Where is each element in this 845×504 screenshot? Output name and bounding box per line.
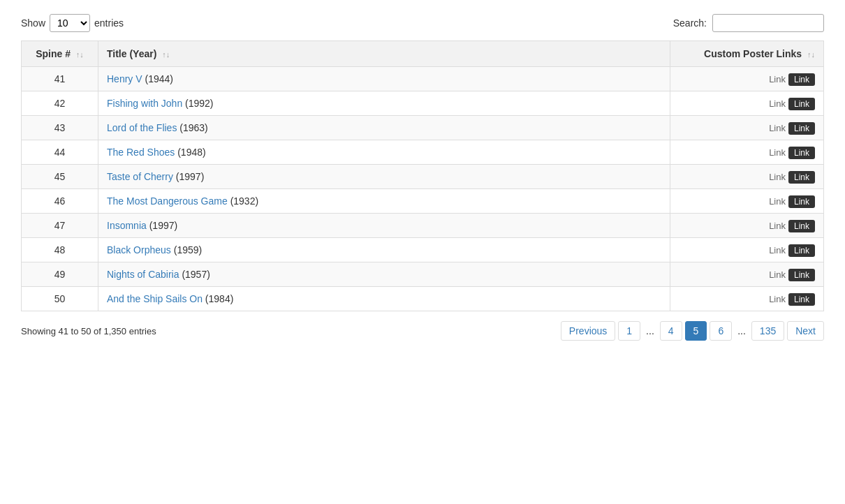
poster-link-badge[interactable]: Link bbox=[788, 122, 815, 135]
movie-title-link[interactable]: The Red Shoes bbox=[107, 147, 175, 158]
page-btn-1[interactable]: 1 bbox=[618, 321, 640, 341]
movie-title-link[interactable]: Fishing with John bbox=[107, 98, 182, 109]
poster-cell: LinkLink bbox=[670, 165, 824, 189]
table-row: 44The Red Shoes (1948)LinkLink bbox=[22, 140, 824, 165]
search-label: Search: bbox=[673, 17, 707, 29]
poster-cell: LinkLink bbox=[670, 91, 824, 116]
pagination: Previous1...456...135Next bbox=[561, 321, 824, 341]
poster-link-badge[interactable]: Link bbox=[788, 98, 815, 110]
movie-year: (1963) bbox=[177, 122, 207, 133]
poster-cell: LinkLink bbox=[670, 214, 824, 238]
poster-cell: LinkLink bbox=[670, 67, 824, 91]
header-row: Spine # ↑↓ Title (Year) ↑↓ Custom Poster… bbox=[22, 41, 824, 67]
movie-title-link[interactable]: Lord of the Flies bbox=[107, 122, 177, 133]
spine-sort-icon: ↑↓ bbox=[76, 50, 84, 59]
movie-title-link[interactable]: Taste of Cherry bbox=[107, 171, 173, 182]
search-area: Search: bbox=[673, 14, 824, 32]
poster-link-plain[interactable]: Link bbox=[769, 123, 786, 133]
spine-cell: 41 bbox=[22, 67, 98, 91]
movie-year: (1944) bbox=[142, 73, 173, 84]
poster-link-badge[interactable]: Link bbox=[788, 244, 815, 257]
poster-link-plain[interactable]: Link bbox=[769, 221, 786, 231]
title-cell: Insomnia (1997) bbox=[98, 214, 670, 238]
spine-cell: 45 bbox=[22, 165, 98, 189]
table-row: 42Fishing with John (1992)LinkLink bbox=[22, 91, 824, 116]
search-input[interactable] bbox=[712, 14, 824, 32]
movie-title-link[interactable]: Nights of Cabiria bbox=[107, 269, 179, 280]
poster-sort-icon: ↑↓ bbox=[807, 50, 815, 59]
col-title[interactable]: Title (Year) ↑↓ bbox=[98, 41, 670, 67]
title-cell: Fishing with John (1992) bbox=[98, 91, 670, 116]
table-row: 41Henry V (1944)LinkLink bbox=[22, 67, 824, 91]
spine-cell: 44 bbox=[22, 140, 98, 165]
poster-link-badge[interactable]: Link bbox=[788, 195, 815, 208]
movie-year: (1957) bbox=[179, 269, 210, 280]
movie-year: (1932) bbox=[228, 195, 258, 207]
table-row: 47Insomnia (1997)LinkLink bbox=[22, 214, 824, 238]
title-cell: Black Orpheus (1959) bbox=[98, 238, 670, 262]
spine-cell: 49 bbox=[22, 262, 98, 287]
table-header: Spine # ↑↓ Title (Year) ↑↓ Custom Poster… bbox=[22, 41, 824, 67]
title-sort-icon: ↑↓ bbox=[162, 50, 170, 59]
movie-title-link[interactable]: Insomnia bbox=[107, 220, 147, 231]
title-cell: Nights of Cabiria (1957) bbox=[98, 262, 670, 287]
movie-title-link[interactable]: And the Ship Sails On bbox=[107, 293, 203, 304]
poster-link-plain[interactable]: Link bbox=[769, 294, 786, 304]
title-cell: Lord of the Flies (1963) bbox=[98, 116, 670, 140]
table-row: 49Nights of Cabiria (1957)LinkLink bbox=[22, 262, 824, 287]
spine-cell: 46 bbox=[22, 189, 98, 214]
show-entries-control: Show 102550100 entries bbox=[21, 14, 124, 32]
poster-cell: LinkLink bbox=[670, 189, 824, 214]
next-button[interactable]: Next bbox=[787, 321, 824, 341]
poster-link-badge[interactable]: Link bbox=[788, 293, 815, 306]
movie-title-link[interactable]: Henry V bbox=[107, 73, 142, 84]
spine-cell: 50 bbox=[22, 287, 98, 311]
page-ellipsis: ... bbox=[735, 322, 749, 340]
movie-year: (1948) bbox=[175, 147, 205, 158]
poster-link-plain[interactable]: Link bbox=[769, 147, 786, 158]
page-btn-135[interactable]: 135 bbox=[751, 321, 784, 341]
movie-year: (1984) bbox=[203, 293, 233, 304]
poster-link-plain[interactable]: Link bbox=[769, 172, 786, 182]
table-row: 50And the Ship Sails On (1984)LinkLink bbox=[22, 287, 824, 311]
page-btn-5[interactable]: 5 bbox=[685, 321, 707, 341]
page-ellipsis: ... bbox=[643, 322, 657, 340]
page-btn-6[interactable]: 6 bbox=[710, 321, 732, 341]
poster-cell: LinkLink bbox=[670, 140, 824, 165]
show-label: Show bbox=[21, 17, 45, 29]
table-row: 43Lord of the Flies (1963)LinkLink bbox=[22, 116, 824, 140]
col-poster[interactable]: Custom Poster Links ↑↓ bbox=[670, 41, 824, 67]
movie-year: (1997) bbox=[147, 220, 177, 231]
poster-link-plain[interactable]: Link bbox=[769, 245, 786, 255]
poster-link-badge[interactable]: Link bbox=[788, 269, 815, 281]
table-body: 41Henry V (1944)LinkLink42Fishing with J… bbox=[22, 67, 824, 311]
movie-year: (1959) bbox=[171, 244, 202, 255]
poster-link-plain[interactable]: Link bbox=[769, 98, 786, 109]
poster-link-plain[interactable]: Link bbox=[769, 196, 786, 207]
movie-year: (1992) bbox=[182, 98, 213, 109]
bottom-controls: Showing 41 to 50 of 1,350 entries Previo… bbox=[21, 321, 824, 341]
entries-label: entries bbox=[94, 17, 124, 29]
poster-link-plain[interactable]: Link bbox=[769, 269, 786, 280]
poster-link-badge[interactable]: Link bbox=[788, 73, 815, 86]
movie-title-link[interactable]: The Most Dangerous Game bbox=[107, 195, 228, 207]
page-btn-4[interactable]: 4 bbox=[660, 321, 682, 341]
movie-title-link[interactable]: Black Orpheus bbox=[107, 244, 171, 255]
prev-button[interactable]: Previous bbox=[561, 321, 615, 341]
spine-cell: 48 bbox=[22, 238, 98, 262]
title-cell: Henry V (1944) bbox=[98, 67, 670, 91]
showing-text: Showing 41 to 50 of 1,350 entries bbox=[21, 326, 156, 336]
poster-cell: LinkLink bbox=[670, 116, 824, 140]
poster-link-badge[interactable]: Link bbox=[788, 220, 815, 232]
poster-link-badge[interactable]: Link bbox=[788, 171, 815, 184]
title-cell: And the Ship Sails On (1984) bbox=[98, 287, 670, 311]
top-controls: Show 102550100 entries Search: bbox=[21, 14, 824, 32]
table-row: 45Taste of Cherry (1997)LinkLink bbox=[22, 165, 824, 189]
spine-cell: 42 bbox=[22, 91, 98, 116]
poster-link-badge[interactable]: Link bbox=[788, 147, 815, 159]
movie-year: (1997) bbox=[173, 171, 204, 182]
poster-link-plain[interactable]: Link bbox=[769, 74, 786, 84]
table-row: 46The Most Dangerous Game (1932)LinkLink bbox=[22, 189, 824, 214]
col-spine[interactable]: Spine # ↑↓ bbox=[22, 41, 98, 67]
entries-select[interactable]: 102550100 bbox=[50, 14, 90, 32]
